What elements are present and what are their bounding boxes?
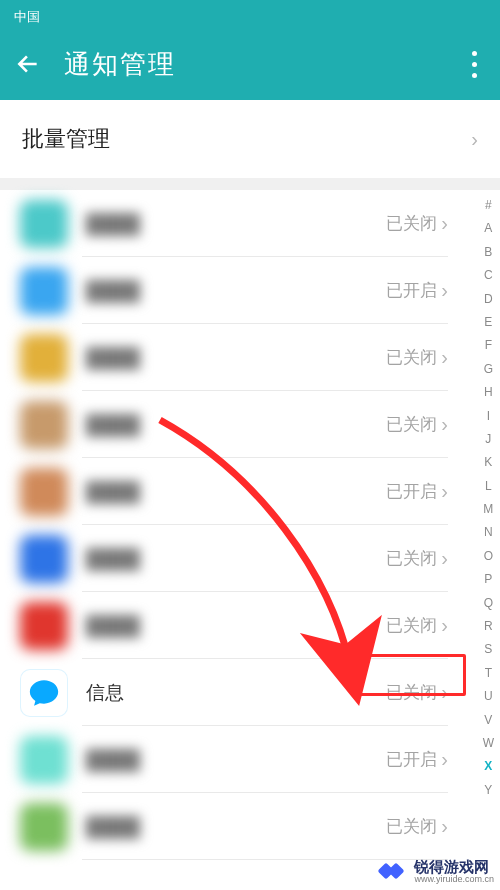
app-bar: 通知管理 xyxy=(0,28,500,100)
message-icon xyxy=(27,676,61,710)
watermark-text-cn: 锐得游戏网 xyxy=(414,859,494,875)
index-letter[interactable]: G xyxy=(484,358,493,381)
app-icon xyxy=(20,535,68,583)
app-state-label: 已开启 xyxy=(386,748,437,771)
watermark: 锐得游戏网 www.yiruide.com.cn xyxy=(380,859,494,884)
index-letter[interactable]: U xyxy=(484,685,493,708)
app-row[interactable]: ████已关闭› xyxy=(0,190,462,257)
chevron-right-icon: › xyxy=(441,279,448,302)
app-name-label: ████ xyxy=(86,816,386,838)
app-name-label: 信息 xyxy=(86,680,386,706)
index-letter[interactable]: E xyxy=(484,311,492,334)
dot-icon xyxy=(472,62,477,67)
chevron-right-icon: › xyxy=(441,547,448,570)
chevron-right-icon: › xyxy=(441,212,448,235)
app-icon xyxy=(20,401,68,449)
back-arrow-icon xyxy=(15,51,41,77)
chevron-right-icon: › xyxy=(471,128,478,151)
index-letter[interactable]: M xyxy=(483,498,493,521)
chevron-right-icon: › xyxy=(441,815,448,838)
index-letter[interactable]: T xyxy=(485,662,492,685)
app-row[interactable]: 信息已关闭› xyxy=(0,659,462,726)
index-letter[interactable]: P xyxy=(484,568,492,591)
app-icon xyxy=(20,736,68,784)
index-letter[interactable]: B xyxy=(484,241,492,264)
index-letter[interactable]: H xyxy=(484,381,493,404)
index-letter[interactable]: J xyxy=(485,428,491,451)
app-icon xyxy=(20,267,68,315)
app-name-label: ████ xyxy=(86,749,386,771)
alphabet-index[interactable]: #ABCDEFGHIJKLMNOPQRSTUVWXY xyxy=(483,194,494,802)
chevron-right-icon: › xyxy=(441,681,448,704)
index-letter[interactable]: C xyxy=(484,264,493,287)
app-name-label: ████ xyxy=(86,548,386,570)
chevron-right-icon: › xyxy=(441,480,448,503)
chevron-right-icon: › xyxy=(441,346,448,369)
app-state-label: 已关闭 xyxy=(386,413,437,436)
index-letter[interactable]: I xyxy=(487,405,490,428)
dot-icon xyxy=(472,51,477,56)
batch-manage-row[interactable]: 批量管理 › xyxy=(0,100,500,178)
index-letter[interactable]: L xyxy=(485,475,492,498)
app-icon xyxy=(20,468,68,516)
index-letter[interactable]: N xyxy=(484,521,493,544)
section-divider xyxy=(0,178,500,190)
index-letter[interactable]: F xyxy=(485,334,492,357)
app-state-label: 已关闭 xyxy=(386,815,437,838)
back-button[interactable] xyxy=(14,50,42,78)
app-list[interactable]: ████已关闭›████已开启›████已关闭›████已关闭›████已开启›… xyxy=(0,190,500,860)
app-name-label: ████ xyxy=(86,481,386,503)
index-letter[interactable]: Y xyxy=(484,779,492,802)
app-icon xyxy=(20,200,68,248)
app-icon xyxy=(20,334,68,382)
app-row[interactable]: ████已关闭› xyxy=(0,324,462,391)
status-bar: 中国 xyxy=(0,0,500,28)
app-row[interactable]: ████已开启› xyxy=(0,257,462,324)
app-icon xyxy=(20,803,68,851)
app-state-label: 已关闭 xyxy=(386,346,437,369)
chevron-right-icon: › xyxy=(441,614,448,637)
app-icon xyxy=(20,669,68,717)
index-letter[interactable]: R xyxy=(484,615,493,638)
chevron-right-icon: › xyxy=(441,748,448,771)
app-icon xyxy=(20,602,68,650)
dot-icon xyxy=(472,73,477,78)
app-state-label: 已关闭 xyxy=(386,212,437,235)
app-row[interactable]: ████已关闭› xyxy=(0,592,462,659)
page-title: 通知管理 xyxy=(64,47,462,82)
app-row[interactable]: ████已开启› xyxy=(0,726,462,793)
index-letter[interactable]: S xyxy=(484,638,492,661)
app-name-label: ████ xyxy=(86,347,386,369)
watermark-text-en: www.yiruide.com.cn xyxy=(414,875,494,884)
carrier-label: 中国 xyxy=(14,8,40,26)
index-letter[interactable]: D xyxy=(484,288,493,311)
batch-label: 批量管理 xyxy=(22,124,110,154)
app-list-wrap: ████已关闭›████已开启›████已关闭›████已关闭›████已开启›… xyxy=(0,190,500,860)
app-row[interactable]: ████已开启› xyxy=(0,458,462,525)
chevron-right-icon: › xyxy=(441,413,448,436)
index-letter[interactable]: # xyxy=(485,194,492,217)
index-letter[interactable]: K xyxy=(484,451,492,474)
app-state-label: 已关闭 xyxy=(386,681,437,704)
app-state-label: 已开启 xyxy=(386,480,437,503)
index-letter[interactable]: Q xyxy=(484,592,493,615)
index-letter[interactable]: V xyxy=(484,709,492,732)
index-letter[interactable]: W xyxy=(483,732,494,755)
index-letter[interactable]: A xyxy=(484,217,492,240)
app-name-label: ████ xyxy=(86,414,386,436)
app-name-label: ████ xyxy=(86,280,386,302)
app-row[interactable]: ████已关闭› xyxy=(0,525,462,592)
app-state-label: 已关闭 xyxy=(386,547,437,570)
app-state-label: 已开启 xyxy=(386,279,437,302)
index-letter[interactable]: X xyxy=(484,755,492,778)
more-menu-button[interactable] xyxy=(462,44,486,84)
app-name-label: ████ xyxy=(86,615,386,637)
app-row[interactable]: ████已关闭› xyxy=(0,793,462,860)
watermark-logo-icon xyxy=(380,861,408,881)
app-state-label: 已关闭 xyxy=(386,614,437,637)
app-row[interactable]: ████已关闭› xyxy=(0,391,462,458)
app-name-label: ████ xyxy=(86,213,386,235)
index-letter[interactable]: O xyxy=(484,545,493,568)
